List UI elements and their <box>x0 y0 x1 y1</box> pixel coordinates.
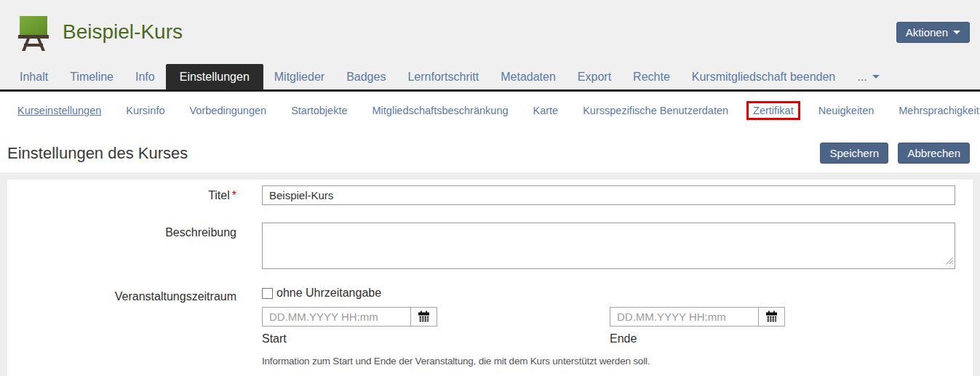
page-header: Beispiel-Kurs Aktionen <box>0 0 980 64</box>
tab-metadaten[interactable]: Metadaten <box>490 64 567 89</box>
required-asterisk: * <box>232 189 236 201</box>
tab-info[interactable]: Info <box>124 64 166 89</box>
tab-export[interactable]: Export <box>567 64 622 89</box>
subtab-kursinfo[interactable]: Kursinfo <box>126 105 164 116</box>
tab-timeline[interactable]: Timeline <box>59 64 124 89</box>
form-container: Titel* Beschreibung Veranstaltungszeitra… <box>0 172 980 376</box>
sub-tab-bar: Kurseinstellungen Kursinfo Vorbedingunge… <box>0 92 980 129</box>
start-caption: Start <box>262 332 610 345</box>
description-textarea[interactable] <box>262 223 955 269</box>
form-row-event-period: Veranstaltungszeitraum ohne Uhrzeitangab… <box>7 287 955 367</box>
caret-down-icon <box>872 75 880 79</box>
calendar-icon <box>418 311 430 323</box>
content-header: Einstellungen des Kurses Speichern Abbre… <box>0 129 980 172</box>
page-title: Beispiel-Kurs <box>63 20 896 44</box>
end-date-input[interactable] <box>610 308 758 326</box>
end-calendar-button[interactable] <box>758 308 784 326</box>
subtab-mitgliedschaftsbeschraenkung[interactable]: Mitgliedschaftsbeschränkung <box>373 105 509 116</box>
subtab-neuigkeiten[interactable]: Neuigkeiten <box>818 105 875 116</box>
subtab-mehrsprachigkeit[interactable]: Mehrsprachigkeit <box>899 105 979 116</box>
tab-einstellungen[interactable]: Einstellungen <box>166 64 263 89</box>
tab-badges[interactable]: Badges <box>335 64 397 89</box>
resize-grip-icon[interactable] <box>946 255 954 268</box>
title-label-text: Titel <box>208 189 230 201</box>
description-label: Beschreibung <box>7 223 236 269</box>
subtab-vorbedingungen[interactable]: Vorbedingungen <box>189 105 266 116</box>
actions-button-label: Aktionen <box>906 26 948 39</box>
subtab-zertifikat-highlighted[interactable]: Zertifikat <box>746 101 800 120</box>
title-control <box>262 185 955 205</box>
start-calendar-button[interactable] <box>410 308 437 326</box>
tab-kursmitgliedschaft-beenden[interactable]: Kursmitgliedschaft beenden <box>681 64 846 89</box>
form-row-description: Beschreibung <box>7 223 955 269</box>
date-captions-row: Start Ende <box>262 332 955 345</box>
title-label: Titel* <box>7 185 236 205</box>
actions-button[interactable]: Aktionen <box>896 22 970 43</box>
end-caption: Ende <box>610 332 637 345</box>
no-time-checkbox-row: ohne Uhrzeitangabe <box>262 287 955 300</box>
cancel-button[interactable]: Abbrechen <box>898 143 970 164</box>
subtab-kurseinstellungen[interactable]: Kurseinstellungen <box>17 105 101 116</box>
course-settings-form: Titel* Beschreibung Veranstaltungszeitra… <box>7 180 973 376</box>
event-period-byline: Information zum Start und Ende der Veran… <box>262 356 955 367</box>
start-date-group <box>262 307 437 327</box>
event-period-control: ohne Uhrzeitangabe <box>262 287 955 367</box>
no-time-checkbox[interactable] <box>262 288 273 299</box>
subtab-kursspezifische-benutzerdaten[interactable]: Kursspezifische Benutzerdaten <box>583 105 728 116</box>
tab-rechte[interactable]: Rechte <box>622 64 681 89</box>
save-button[interactable]: Speichern <box>820 143 888 164</box>
tab-mitglieder[interactable]: Mitglieder <box>263 64 335 89</box>
tab-inhalt[interactable]: Inhalt <box>9 64 59 89</box>
subtab-startobjekte[interactable]: Startobjekte <box>291 105 347 116</box>
main-tab-bar: Inhalt Timeline Info Einstellungen Mitgl… <box>0 64 980 92</box>
tab-overflow-label: ... <box>857 71 867 84</box>
end-date-group <box>610 307 785 327</box>
tab-overflow[interactable]: ... <box>846 64 890 89</box>
form-row-title: Titel* <box>7 185 955 205</box>
form-header-buttons: Speichern Abbrechen <box>813 143 970 164</box>
subtab-karte[interactable]: Karte <box>533 105 559 116</box>
date-inputs-row <box>262 307 955 327</box>
no-time-checkbox-label: ohne Uhrzeitangabe <box>276 287 381 300</box>
calendar-icon <box>765 311 778 323</box>
description-control <box>262 223 955 269</box>
form-heading: Einstellungen des Kurses <box>7 144 813 163</box>
course-icon <box>16 15 51 52</box>
caret-down-icon <box>953 31 960 34</box>
tab-lernfortschritt[interactable]: Lernfortschritt <box>397 64 490 89</box>
title-input[interactable] <box>262 185 955 205</box>
start-date-input[interactable] <box>263 308 410 326</box>
event-period-label: Veranstaltungszeitraum <box>7 287 236 367</box>
